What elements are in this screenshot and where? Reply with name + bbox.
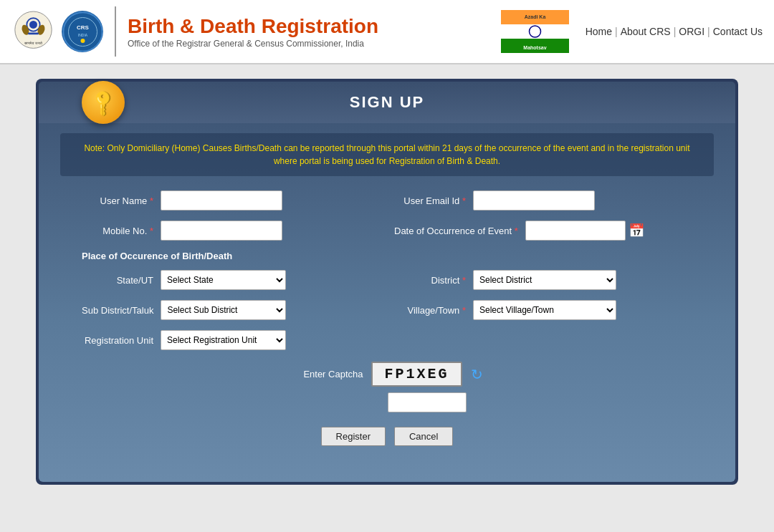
date-occurrence-group: Date of Occurrence of Event * 📅 [394, 221, 692, 241]
district-select[interactable]: Select District [473, 270, 616, 290]
button-row: Register Cancel [82, 427, 692, 446]
site-title: Birth & Death Registration [128, 14, 485, 39]
notice-bar: Note: Only Domiciliary (Home) Causes Bir… [60, 133, 714, 176]
svg-text:Mahotsav: Mahotsav [523, 45, 546, 50]
mobile-no-label: Mobile No. * [82, 226, 153, 236]
row-state-district: State/UT Select State District * Select … [82, 270, 692, 290]
header-divider [115, 6, 116, 57]
registration-unit-label: Registration Unit [82, 335, 153, 346]
header-title-block: Birth & Death Registration Office of the… [128, 14, 485, 49]
mobile-no-input[interactable] [161, 221, 282, 241]
svg-text:CRS: CRS [77, 24, 90, 31]
registration-unit-select[interactable]: Select Registration Unit [161, 330, 286, 350]
sub-district-group: Sub District/Taluk Select Sub District [82, 300, 380, 320]
user-email-label: User Email Id * [394, 195, 466, 206]
signup-header: 🔑 SIGN UP [39, 82, 735, 123]
date-input-group: 📅 [525, 221, 644, 241]
registration-unit-group: Registration Unit Select Registration Un… [82, 330, 692, 350]
azadi-badge-container: Azadi Ka Mahotsav [500, 9, 571, 55]
svg-rect-5 [28, 32, 39, 34]
svg-point-2 [29, 21, 37, 29]
user-name-input[interactable] [161, 190, 282, 211]
refresh-captcha-icon[interactable]: ↻ [471, 366, 483, 383]
place-section-label: Place of Occurence of Birth/Death [82, 251, 692, 261]
nav-home[interactable]: Home [586, 26, 612, 37]
captcha-display: FP1XEG [371, 362, 462, 387]
captcha-label: Enter Captcha [291, 369, 363, 379]
row-subdistrict-village: Sub District/Taluk Select Sub District V… [82, 300, 692, 320]
district-group: District * Select District [394, 270, 692, 290]
village-town-label: Village/Town * [394, 305, 466, 316]
nav-orgi[interactable]: ORGI [679, 26, 704, 37]
user-name-label: User Name * [82, 195, 153, 206]
form-title: SIGN UP [350, 93, 424, 112]
user-name-group: User Name * [82, 190, 380, 211]
site-subtitle: Office of the Registrar General & Census… [128, 39, 485, 49]
mobile-no-group: Mobile No. * [82, 221, 380, 241]
cancel-button[interactable]: Cancel [394, 427, 453, 446]
card-shadow: 🔑 SIGN UP Note: Only Domiciliary (Home) … [36, 79, 738, 485]
state-select[interactable]: Select State [161, 270, 286, 290]
register-button[interactable]: Register [321, 427, 386, 446]
main-content: 🔑 SIGN UP Note: Only Domiciliary (Home) … [0, 64, 774, 532]
state-group: State/UT Select State [82, 270, 380, 290]
svg-text:Azadi Ka: Azadi Ka [525, 14, 546, 19]
svg-point-11 [80, 39, 85, 43]
village-town-select[interactable]: Select Village/Town [473, 300, 616, 320]
form-card: 🔑 SIGN UP Note: Only Domiciliary (Home) … [39, 82, 735, 482]
svg-point-7 [63, 12, 102, 51]
village-town-group: Village/Town * Select Village/Town [394, 300, 692, 320]
svg-rect-13 [501, 24, 569, 39]
row-user-info: User Name * User Email Id * [82, 190, 692, 211]
state-label: State/UT [82, 275, 153, 286]
india-emblem: सत्यमेव जयते [11, 9, 54, 55]
crs-logo: CRS INDIA [62, 11, 103, 52]
key-symbol: 🔑 [87, 87, 120, 119]
nav-contact[interactable]: Contact Us [713, 26, 763, 37]
main-nav: Home | About CRS | ORGI | Contact Us [586, 26, 763, 37]
svg-text:INDIA: INDIA [77, 33, 87, 37]
sub-district-select[interactable]: Select Sub District [161, 300, 286, 320]
site-header: सत्यमेव जयते CRS INDIA Birth & Death Reg… [0, 0, 774, 64]
captcha-input[interactable] [388, 392, 467, 412]
logo-group: सत्यमेव जयते CRS INDIA [11, 9, 103, 55]
notice-text: Note: Only Domiciliary (Home) Causes Bir… [72, 142, 702, 168]
sub-district-label: Sub District/Taluk [82, 305, 153, 316]
date-occurrence-input[interactable] [525, 221, 626, 241]
row-mobile-date: Mobile No. * Date of Occurrence of Event… [82, 221, 692, 241]
captcha-row: Enter Captcha FP1XEG ↻ [82, 362, 692, 387]
user-email-input[interactable] [473, 190, 595, 211]
row-registration-unit: Registration Unit Select Registration Un… [82, 330, 692, 350]
nav-about[interactable]: About CRS [621, 26, 671, 37]
calendar-icon[interactable]: 📅 [629, 223, 644, 238]
svg-text:सत्यमेव जयते: सत्यमेव जयते [24, 41, 42, 45]
key-icon: 🔑 [82, 81, 125, 124]
user-email-group: User Email Id * [394, 190, 692, 211]
district-label: District * [394, 275, 466, 286]
form-body: User Name * User Email Id * [39, 176, 735, 460]
date-occurrence-label: Date of Occurrence of Event * [394, 226, 518, 236]
